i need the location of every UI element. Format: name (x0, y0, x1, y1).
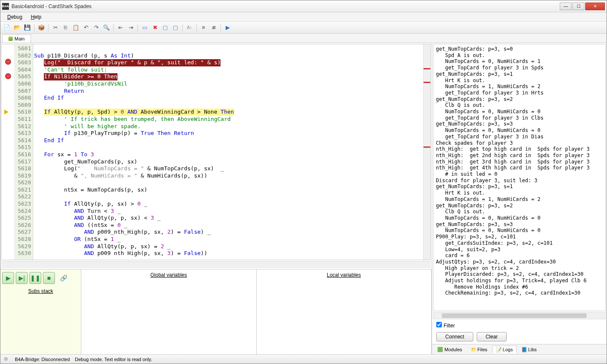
indent-icon[interactable]: ⇥ (126, 23, 135, 32)
step-button[interactable]: ▶| (16, 272, 28, 284)
stop-button[interactable]: ■ (43, 272, 55, 284)
open-icon[interactable]: 📂 (12, 23, 22, 32)
code-editor[interactable]: 5601560256035604560556065607560856095610… (1, 44, 431, 260)
debug-variables: Global variables Local variables (81, 269, 432, 354)
tab-main[interactable]: Main (2, 34, 31, 43)
tab-files[interactable]: 📁Files (467, 346, 491, 353)
breakpoint-gutter[interactable] (2, 44, 14, 260)
local-vars-header: Local variables (257, 269, 432, 281)
subs-stack-header: Subs stack (0, 287, 81, 296)
bridge-status: B4A-Bridge: Disconnected (15, 357, 70, 362)
debug-panel: ▶ ▶| ❚❚ ■ 🔗 Subs stack Global variables … (0, 269, 432, 354)
run-icon[interactable]: ▶ (223, 23, 232, 32)
maximize-button[interactable]: ☐ (573, 3, 584, 10)
export-icon[interactable]: 📦 (37, 23, 46, 32)
log-horizontal-scrollbar[interactable] (433, 312, 606, 319)
link-icon[interactable]: 🔗 (60, 275, 67, 281)
main-area: 5601560256035604560556065607560856095610… (0, 43, 607, 354)
log-output[interactable]: get_NumTopCards: p=3, s=0 Spd A is out. … (433, 44, 606, 311)
clear-button[interactable]: Clear (477, 332, 507, 341)
paste-icon[interactable]: 📋 (71, 23, 80, 32)
vertical-scrollbar[interactable] (423, 44, 430, 260)
code-content[interactable]: Sub p110_Discard (p, s As Int) Log(" Dis… (33, 44, 423, 260)
filter-checkbox[interactable]: Filter (436, 322, 455, 329)
global-vars-header: Global variables (81, 269, 256, 281)
autocomplete-icon[interactable]: A↕ (185, 23, 194, 32)
outdent-icon[interactable]: ⇤ (116, 23, 125, 32)
menubar: Debug Help (0, 12, 607, 22)
local-variables-pane: Local variables (257, 269, 432, 354)
libs-icon: 📘 (521, 347, 527, 352)
window-controls: — ☐ ✕ (559, 3, 605, 10)
tab-libs[interactable]: 📘Libs (518, 346, 541, 353)
find-icon[interactable]: 🔍 (102, 23, 111, 32)
horizontal-scrollbar[interactable] (1, 261, 431, 268)
tab-label: Main (14, 36, 25, 41)
uncomment-icon[interactable]: ≢ (209, 23, 218, 32)
connect-button[interactable]: Connect (436, 332, 473, 341)
bridge-icon: ⚙ (4, 356, 10, 362)
close-button[interactable]: ✕ (585, 3, 605, 10)
continue-button[interactable]: ▶ (2, 272, 14, 284)
marker-icon (424, 68, 430, 69)
marker-icon (424, 82, 430, 83)
toolbar: 📄 📂 💾 📦 ✂ ⎘ 📋 ↶ ↷ 🔍 ⇤ ⇥ ▭ ✖ ▢ ▢ A↕ ≡ ≢ ▶ (0, 22, 607, 34)
cut-icon[interactable]: ✂ (51, 23, 60, 32)
debug-controls-pane: ▶ ▶| ❚❚ ■ 🔗 Subs stack (0, 269, 81, 354)
menu-help[interactable]: Help (26, 13, 46, 21)
bookmark2-icon[interactable]: ▢ (171, 23, 180, 32)
tab-logs[interactable]: 📝Logs (492, 346, 517, 353)
bookmark-icon[interactable]: ▢ (160, 23, 170, 32)
save-icon[interactable]: 💾 (23, 23, 32, 32)
statusbar: ⚙ B4A-Bridge: Disconnected Debug mode. T… (0, 354, 607, 364)
mode-status: Debug mode. Text editor is read only. (75, 357, 152, 362)
modules-icon (438, 347, 443, 352)
screen-icon[interactable]: ▭ (140, 23, 149, 32)
app-window: B4A Basic4android - CardShark Spades — ☐… (0, 0, 607, 364)
global-variables-pane: Global variables (81, 269, 257, 354)
log-controls: Filter Connect Clear (432, 319, 607, 344)
minimize-button[interactable]: — (560, 3, 572, 10)
new-icon[interactable]: 📄 (2, 23, 11, 32)
module-icon (9, 37, 13, 41)
marker-icon (424, 146, 430, 148)
titlebar: B4A Basic4android - CardShark Spades — ☐… (0, 0, 607, 12)
right-bottom-tabs: Modules 📁Files 📝Logs 📘Libs (432, 344, 607, 354)
line-numbers: 5601560256035604560556065607560856095610… (14, 44, 33, 260)
redo-icon[interactable]: ↷ (92, 23, 101, 32)
delete-bp-icon[interactable]: ✖ (150, 23, 160, 32)
window-title: Basic4android - CardShark Spades (11, 3, 559, 9)
editor-pane: 5601560256035604560556065607560856095610… (0, 43, 432, 354)
tab-modules[interactable]: Modules (434, 346, 466, 353)
menu-debug[interactable]: Debug (3, 13, 26, 21)
logs-pane: get_NumTopCards: p=3, s=0 Spd A is out. … (432, 43, 607, 354)
undo-icon[interactable]: ↶ (81, 23, 91, 32)
app-icon: B4A (2, 3, 9, 10)
file-tabs: Main (0, 34, 607, 43)
copy-icon[interactable]: ⎘ (61, 23, 70, 32)
comment-icon[interactable]: ≡ (199, 23, 208, 32)
pause-button[interactable]: ❚❚ (29, 272, 41, 284)
files-icon: 📁 (471, 347, 476, 352)
logs-icon: 📝 (496, 347, 501, 352)
